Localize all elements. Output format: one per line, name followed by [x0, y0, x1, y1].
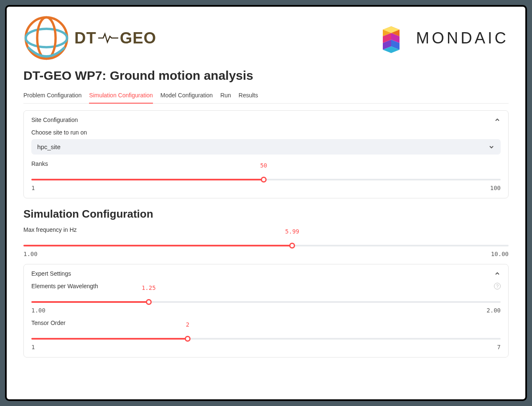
cubes-icon [374, 17, 408, 59]
app-window: DT GEO [5, 5, 527, 401]
epw-min: 1.00 [31, 307, 46, 314]
slider-thumb[interactable] [289, 243, 295, 249]
page-title: DT-GEO WP7: Ground motion analysis [23, 69, 509, 83]
sim-config-heading: Simulation Configuration [23, 208, 509, 221]
tab-problem-configuration[interactable]: Problem Configuration [23, 89, 81, 104]
expert-settings-title: Expert Settings [31, 270, 71, 277]
slider-thumb[interactable] [185, 336, 191, 342]
slider-fill [31, 338, 188, 340]
help-icon[interactable]: ? [494, 283, 501, 289]
chevron-up-icon[interactable] [494, 117, 501, 123]
slider-fill [31, 179, 264, 180]
max-freq-label: Max frequency in Hz [23, 226, 509, 233]
svg-point-1 [26, 29, 67, 47]
max-freq-range: 1.00 10.00 [23, 251, 509, 257]
dtgeo-wordmark: DT GEO [74, 29, 156, 47]
chevron-down-icon [488, 144, 495, 150]
choose-site-label: Choose site to run on [31, 129, 501, 136]
mondaic-wordmark: MONDAIC [416, 29, 509, 47]
tab-model-configuration[interactable]: Model Configuration [160, 89, 213, 104]
slider-thumb[interactable] [146, 299, 152, 305]
svg-point-0 [26, 18, 67, 59]
tabs: Problem Configuration Simulation Configu… [23, 89, 509, 104]
max-freq-min: 1.00 [23, 251, 38, 257]
mondaic-logo: MONDAIC [374, 17, 509, 59]
slider-track [31, 179, 501, 180]
epw-value: 1.25 [142, 284, 156, 291]
slider-track [31, 301, 501, 303]
slider-track [31, 338, 501, 340]
tensor-label: Tensor Order [31, 320, 501, 326]
expert-settings-header[interactable]: Expert Settings [31, 270, 501, 277]
site-select[interactable]: hpc_site [31, 139, 501, 155]
expert-settings-card: Expert Settings Elements per Wavelength … [23, 264, 509, 358]
max-freq-slider[interactable]: 5.99 [23, 236, 509, 246]
site-configuration-card: Site Configuration Choose site to run on… [23, 110, 509, 198]
slider-fill [31, 301, 149, 303]
brand-dt: DT [74, 29, 97, 47]
slider-fill [23, 245, 292, 246]
brand-geo: GEO [120, 29, 156, 47]
tensor-value: 2 [186, 321, 189, 328]
epw-slider[interactable]: 1.25 [31, 293, 501, 303]
max-freq-max: 10.00 [491, 251, 509, 257]
ranks-value: 50 [260, 162, 267, 169]
tensor-range: 1 7 [31, 344, 501, 350]
max-freq-value: 5.99 [285, 228, 299, 235]
epw-max: 2.00 [486, 307, 501, 314]
tensor-slider[interactable]: 2 [31, 330, 501, 340]
ranks-max: 100 [490, 185, 501, 191]
epw-label: Elements per Wavelength ? [31, 283, 501, 289]
header-logos: DT GEO [23, 7, 509, 65]
epw-range: 1.00 2.00 [31, 307, 501, 314]
tab-run[interactable]: Run [220, 89, 231, 104]
ranks-slider[interactable]: 50 [31, 170, 501, 180]
site-config-header[interactable]: Site Configuration [31, 117, 501, 123]
chevron-up-icon[interactable] [494, 270, 501, 277]
tab-simulation-configuration[interactable]: Simulation Configuration [89, 89, 153, 104]
tensor-min: 1 [31, 344, 35, 350]
site-config-title: Site Configuration [31, 117, 78, 123]
pulse-icon [98, 32, 118, 44]
tab-results[interactable]: Results [239, 89, 258, 104]
page-content: DT GEO [7, 7, 525, 399]
tensor-max: 7 [497, 344, 501, 350]
slider-thumb[interactable] [261, 177, 267, 183]
max-freq-section: Max frequency in Hz 5.99 1.00 10.00 [23, 226, 509, 257]
svg-point-2 [37, 18, 56, 59]
globe-icon [23, 15, 69, 61]
ranks-range: 1 100 [31, 185, 501, 191]
slider-track [23, 245, 509, 246]
epw-label-text: Elements per Wavelength [31, 283, 98, 289]
ranks-min: 1 [31, 185, 35, 191]
dtgeo-logo: DT GEO [23, 15, 156, 61]
site-select-value: hpc_site [37, 143, 61, 150]
